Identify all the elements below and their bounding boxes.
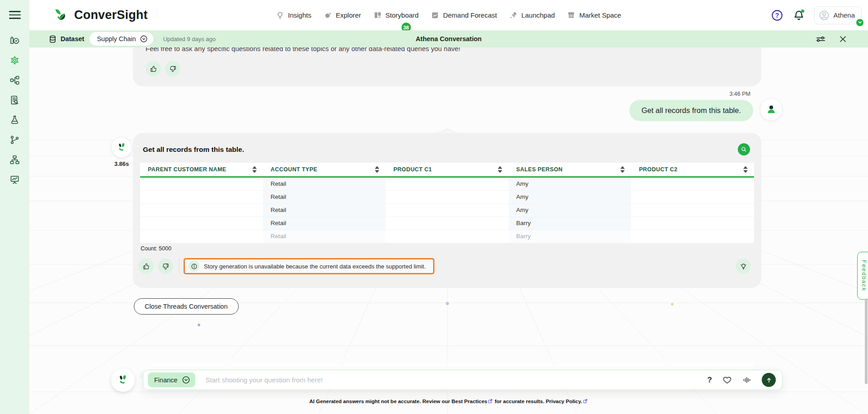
conversight-app: ConverSight Insights Explorer bbox=[0, 0, 868, 414]
feedback-tab[interactable]: Feedback bbox=[857, 252, 868, 300]
question-mark-icon[interactable]: ? bbox=[708, 376, 712, 385]
table-row: RetailBarry bbox=[140, 217, 754, 230]
column-header: SALES PERSON bbox=[509, 163, 632, 176]
workflow-icon[interactable] bbox=[9, 75, 20, 85]
help-question-icon[interactable]: ? bbox=[771, 9, 783, 22]
settings-gear-icon[interactable] bbox=[9, 55, 20, 66]
nav-explorer[interactable]: Explorer bbox=[324, 11, 361, 19]
nav-storyboard[interactable]: Storyboard 38 bbox=[373, 11, 419, 19]
activity-monitor-icon[interactable] bbox=[9, 35, 20, 46]
dataset-selector[interactable]: Supply Chain bbox=[90, 32, 153, 46]
thumbs-down-button[interactable] bbox=[158, 259, 173, 274]
table-cell: Amy bbox=[509, 191, 632, 203]
footer-text: AI Generated answers might not be accura… bbox=[309, 399, 451, 404]
question-input[interactable] bbox=[206, 376, 708, 384]
left-sidebar bbox=[0, 0, 29, 414]
chevron-down-circle-icon bbox=[182, 376, 190, 384]
table-row: RetailAmy bbox=[140, 204, 754, 217]
table-cell bbox=[140, 204, 263, 216]
database-icon bbox=[48, 35, 57, 43]
divider bbox=[179, 259, 179, 274]
response-title: Get all records from this table. bbox=[143, 146, 244, 154]
table-row: RetailAmy bbox=[140, 191, 754, 204]
panel-controls bbox=[815, 33, 848, 44]
logo-text: ConverSight bbox=[74, 8, 148, 22]
table-cell bbox=[631, 217, 754, 230]
table-cell: Amy bbox=[509, 178, 632, 190]
dataset-updated-text: Updated 9 days ago bbox=[163, 36, 216, 42]
column-header: PARENT CUSTOMER NAME bbox=[140, 163, 263, 176]
table-cell: Amy bbox=[509, 204, 632, 216]
table-cell bbox=[631, 230, 754, 243]
table-cell: Retail bbox=[263, 191, 386, 203]
voice-waveform-icon[interactable] bbox=[742, 376, 751, 385]
response-actions: Story generation is unavailable because … bbox=[138, 258, 434, 274]
user-menu-chip[interactable]: Athena bbox=[814, 6, 862, 24]
explorer-icon bbox=[324, 11, 332, 19]
thumbs-down-button[interactable] bbox=[165, 61, 180, 76]
presentation-chart-icon[interactable] bbox=[9, 174, 20, 185]
decor-dot bbox=[671, 303, 674, 306]
athena-logo-icon bbox=[116, 373, 130, 387]
dataset-name: Supply Chain bbox=[97, 35, 136, 42]
nav-launchpad[interactable]: Launchpad bbox=[509, 11, 555, 19]
sliders-icon[interactable] bbox=[815, 33, 826, 44]
feedback-tab-label: Feedback bbox=[861, 260, 868, 292]
chevron-down-circle-icon bbox=[140, 35, 148, 43]
table-cell: Retail bbox=[263, 217, 386, 230]
sort-icon[interactable] bbox=[252, 166, 257, 173]
question-composer: Finance ? bbox=[143, 370, 783, 390]
athena-logo-icon bbox=[116, 141, 128, 154]
thumbs-up-button[interactable] bbox=[146, 61, 161, 76]
git-branch-icon[interactable] bbox=[9, 135, 20, 145]
table-cell bbox=[386, 217, 509, 230]
nav-insights[interactable]: Insights bbox=[276, 11, 311, 19]
user-name: Athena bbox=[833, 11, 855, 19]
table-cell: Retail bbox=[263, 178, 386, 190]
notification-bell-icon[interactable] bbox=[793, 9, 805, 22]
table-cell bbox=[386, 230, 509, 243]
lab-flask-icon[interactable] bbox=[9, 115, 20, 125]
sitemap-icon[interactable] bbox=[9, 155, 20, 165]
insight-bulb-button[interactable] bbox=[736, 259, 751, 274]
table-cell: Retail bbox=[263, 204, 386, 216]
athena-avatar bbox=[111, 137, 132, 158]
sort-icon[interactable] bbox=[375, 166, 380, 173]
nav-label: Insights bbox=[288, 11, 311, 19]
up-arrow-icon bbox=[765, 376, 773, 384]
sort-icon[interactable] bbox=[620, 166, 625, 173]
best-practices-link[interactable]: Best Practices bbox=[452, 399, 487, 404]
close-icon[interactable] bbox=[837, 33, 848, 44]
composer-dataset-name: Finance bbox=[154, 376, 178, 384]
column-header: PRODUCT C1 bbox=[386, 163, 509, 176]
privacy-policy-link[interactable]: Privacy Policy. bbox=[546, 399, 582, 404]
table-cell bbox=[386, 191, 509, 203]
storyboard-grid-icon bbox=[373, 11, 382, 19]
insights-bulb-icon bbox=[276, 11, 284, 19]
decor-dot bbox=[198, 324, 200, 326]
nav-label: Demand Forecast bbox=[443, 11, 497, 19]
nav-demand-forecast[interactable]: Demand Forecast bbox=[431, 11, 497, 19]
sort-icon[interactable] bbox=[498, 166, 503, 173]
composer-dataset-pill[interactable]: Finance bbox=[148, 372, 195, 387]
thumbs-up-button[interactable] bbox=[138, 259, 154, 274]
footer-text: for accurate results. bbox=[493, 399, 546, 404]
close-threads-button[interactable]: Close Threads Conversation bbox=[134, 298, 239, 315]
user-avatar bbox=[760, 98, 783, 121]
table-cell bbox=[386, 178, 509, 190]
search-button[interactable] bbox=[738, 143, 750, 155]
scrollbar-thumb[interactable] bbox=[865, 298, 868, 384]
document-search-icon[interactable] bbox=[9, 95, 20, 105]
dataset-bar: Dataset Supply Chain Updated 9 days ago … bbox=[29, 30, 868, 47]
send-button[interactable] bbox=[762, 373, 776, 387]
chevron-down-icon bbox=[856, 19, 863, 26]
user-message-bubble: Get all records from this table. bbox=[629, 100, 753, 121]
nav-market-space[interactable]: Market Space bbox=[567, 11, 621, 19]
table-cell bbox=[140, 217, 263, 230]
market-space-store-icon bbox=[567, 11, 576, 19]
response-duration: 3.86s bbox=[111, 160, 132, 167]
hamburger-menu-icon[interactable] bbox=[9, 9, 21, 21]
conversight-logo[interactable]: ConverSight bbox=[50, 5, 148, 25]
sort-icon[interactable] bbox=[743, 166, 748, 173]
heart-icon[interactable] bbox=[722, 375, 732, 385]
